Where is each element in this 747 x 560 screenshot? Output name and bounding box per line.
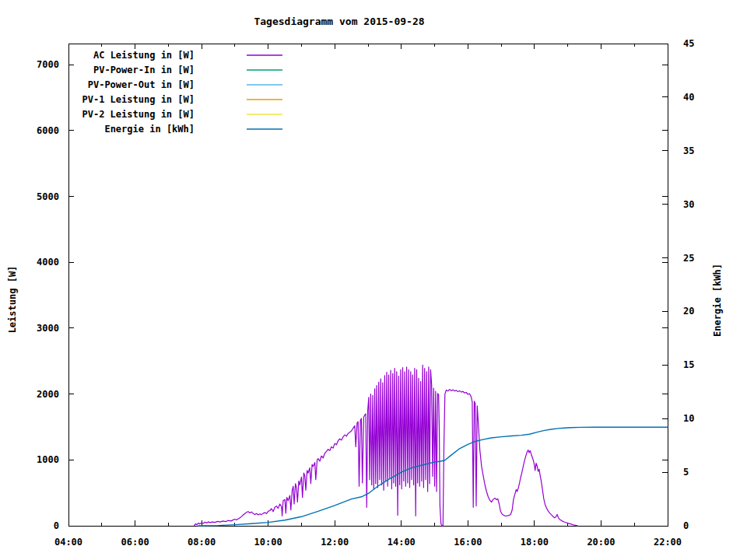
legend-label-4: PV-1 Leistung in [W]: [82, 94, 195, 105]
y2-tick-label: 40: [683, 92, 694, 103]
y2-tick-label: 35: [683, 145, 694, 156]
x-tick-label: 04:00: [54, 537, 82, 548]
y-tick-label: 1000: [37, 454, 59, 465]
x-tick-label: 16:00: [454, 537, 482, 548]
x-tick-label: 06:00: [121, 537, 149, 548]
x-tick-label: 20:00: [587, 537, 615, 548]
y2-tick-label: 15: [683, 359, 694, 370]
plot-area: 04:0006:0008:0010:0012:0014:0016:0018:00…: [0, 0, 747, 560]
y-tick-label: 0: [54, 520, 59, 531]
y-tick-label: 7000: [37, 59, 59, 70]
chart-canvas: Tagesdiagramm vom 2015-09-28 Leistung [W…: [0, 0, 747, 560]
y2-tick-label: 10: [683, 413, 694, 424]
y2-tick-label: 5: [683, 467, 689, 478]
y2-tick-label: 30: [683, 199, 694, 210]
x-tick-label: 22:00: [654, 537, 682, 548]
legend-label-5: PV-2 Leistung in [W]: [82, 109, 195, 120]
y-tick-label: 6000: [37, 125, 59, 136]
legend-label-2: PV-Power-In in [W]: [93, 65, 195, 75]
y-tick-label: 2000: [37, 389, 59, 400]
x-tick-label: 10:00: [254, 537, 282, 548]
y2-tick-label: 25: [683, 253, 694, 264]
legend-label-3: PV-Power-Out in [W]: [88, 79, 195, 90]
y2-tick-label: 0: [683, 520, 689, 531]
y-tick-label: 3000: [37, 323, 59, 334]
legend-label-6: Energie in [kWh]: [104, 124, 195, 135]
x-tick-label: 18:00: [521, 537, 549, 548]
y2-tick-label: 45: [683, 38, 694, 49]
y-tick-label: 4000: [37, 257, 59, 268]
y-tick-label: 5000: [37, 191, 59, 202]
x-tick-label: 12:00: [321, 537, 349, 548]
x-tick-label: 14:00: [388, 537, 416, 548]
series-ac-leistung: [195, 365, 578, 526]
y2-tick-label: 20: [683, 306, 694, 317]
legend-label-1: AC Leistung in [W]: [93, 50, 195, 61]
x-tick-label: 08:00: [188, 537, 216, 548]
